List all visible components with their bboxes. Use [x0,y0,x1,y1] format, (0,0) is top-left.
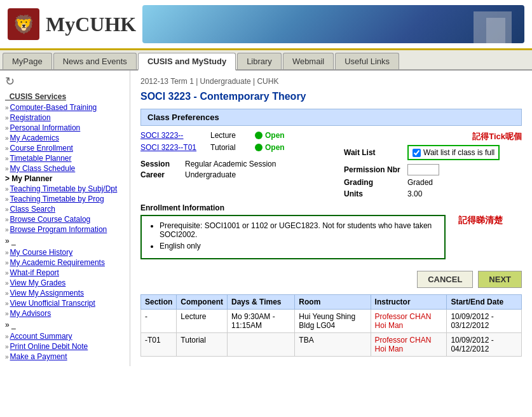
sidebar-item-course-history[interactable]: »My Course History [5,248,125,257]
next-button[interactable]: NEXT [478,271,522,288]
cell-room-1: Hui Yeung Shing Bldg LG04 [295,310,371,333]
sidebar-item-account-summary[interactable]: »Account Summary [5,332,125,341]
sidebar-item-browse-catalog[interactable]: »Browse Course Catalog [5,215,125,224]
enrollment-item-2: English only [160,242,437,250]
sidebar-item-academic-req[interactable]: »My Academic Requirements [5,258,125,267]
cell-instructor-1: Professor CHAN Hoi Man [371,310,447,333]
enrollment-box: Prerequisite: SOCI1001 or 1102 or UGEC18… [140,215,446,259]
course-title: SOCI 3223 - Contemporary Theory [140,91,522,102]
col-section: Section [141,295,177,310]
enrollment-title: Enrollment Information [140,203,522,212]
wait-list-box: Wait list if class is full [407,145,500,160]
sidebar-item-timetable-subj[interactable]: »Teaching Timetable by Subj/Dpt [5,184,125,193]
status-open-dot-lecture [255,132,263,139]
career-label: Career [140,170,185,179]
main-layout: ↻ _CUSIS Services »Computer-Based Traini… [0,71,532,366]
class-row-tutorial: SOCI 3223--T01 Tutorial Open [140,143,338,152]
table-row: - Lecture Mo 9:30AM - 11:15AM Hui Yeung … [141,310,522,333]
wait-list-row: Wait List Wait list if class is full [344,145,522,160]
sidebar-item-my-advisors[interactable]: »My Advisors [5,309,125,318]
col-start-end-date: Start/End Date [447,295,522,310]
schedule-table: Section Component Days & Times Room Inst… [140,294,522,357]
breadcrumb: 2012-13 Term 1 | Undergraduate | CUHK [140,77,522,86]
cell-room-2: TBA [295,333,371,357]
cell-component-1: Lecture [177,310,228,333]
sidebar-separator-2: » _ [5,320,125,329]
career-row: Career Undergraduate [140,170,338,179]
button-row: CANCEL NEXT [140,271,522,288]
class-type-lecture: Lecture [210,131,255,140]
sidebar-section-title: _CUSIS Services [5,92,125,101]
section-header: Class Preferences [140,109,522,126]
col-instructor: Instructor [371,295,447,310]
table-row: -T01 Tutorial TBA Professor CHAN Hoi Man… [141,333,522,357]
col-days-times: Days & Times [228,295,295,310]
wait-list-checkbox[interactable] [413,149,421,157]
sidebar-item-timetable-planner[interactable]: »Timetable Planner [5,154,125,163]
wait-list-checkbox-label: Wait list if class is full [423,148,494,157]
sidebar-item-cbt[interactable]: »Computer-Based Training [5,103,125,112]
nav-tab-library[interactable]: Library [237,53,282,69]
cancel-button[interactable]: CANCEL [417,271,473,288]
sidebar-item-what-if[interactable]: »What-if Report [5,268,125,277]
sidebar-item-view-grades[interactable]: »View My Grades [5,278,125,287]
class-code-tutorial[interactable]: SOCI 3223--T01 [140,143,210,152]
enrollment-item-1: Prerequisite: SOCI1001 or 1102 or UGEC18… [160,221,437,239]
cell-date-1: 10/09/2012 - 03/12/2012 [447,310,522,333]
class-code-lecture[interactable]: SOCI 3223-- [140,131,210,140]
class-type-tutorial: Tutorial [210,143,255,152]
sidebar-separator-1: » _ [5,236,125,245]
session-label: Session [140,160,185,168]
units-value: 3.00 [407,189,422,198]
sidebar-item-class-schedule[interactable]: »My Class Schedule [5,164,125,173]
col-room: Room [295,295,371,310]
chinese-note-enroll: 記得睇清楚 [458,215,503,226]
cell-section-1: - [141,310,177,333]
refresh-icon[interactable]: ↻ [5,74,125,88]
cell-days-2 [228,333,295,357]
sidebar-item-browse-program[interactable]: »Browse Program Information [5,225,125,234]
units-row: Units 3.00 [344,189,522,198]
logo-icon: 🦁 [8,8,39,40]
chinese-note-waitlist: 記得Tick呢個 [344,131,522,142]
col-component: Component [177,295,228,310]
grading-label: Grading [344,178,407,187]
header: 🦁 MyCUHK [0,0,532,50]
grading-value: Graded [407,178,433,187]
sidebar-item-class-search[interactable]: »Class Search [5,205,125,214]
site-title: MyCUHK [46,13,136,36]
status-open-text-tutorial: Open [265,143,285,152]
session-value: Regular Academic Session [185,160,276,168]
sidebar-item-my-academics[interactable]: »My Academics [5,133,125,142]
career-value: Undergraduate [185,170,236,179]
content-area: 2012-13 Term 1 | Undergraduate | CUHK SO… [130,71,532,366]
grading-row: Grading Graded [344,178,522,187]
cell-section-2: -T01 [141,333,177,357]
cell-instructor-2: Professor CHAN Hoi Man [371,333,447,357]
sidebar-item-view-assignments[interactable]: »View My Assignments [5,289,125,297]
sidebar: ↻ _CUSIS Services »Computer-Based Traini… [0,71,130,366]
sidebar-item-make-payment[interactable]: »Make a Payment [5,352,125,361]
cell-days-1: Mo 9:30AM - 11:15AM [228,310,295,333]
nav-tab-mypage[interactable]: MyPage [3,53,52,69]
sidebar-item-registration[interactable]: »Registration [5,113,125,122]
nav-tabs: MyPageNews and EventsCUSIS and MyStudyLi… [0,50,532,71]
nav-tab-webmail[interactable]: Webmail [283,53,334,69]
permission-nbr-label: Permission Nbr [344,165,407,174]
cell-component-2: Tutorial [177,333,228,357]
nav-tab-news-and-events[interactable]: News and Events [53,53,137,69]
sidebar-item-view-transcript[interactable]: »View Unofficial Transcript [5,299,125,308]
nav-tab-useful-links[interactable]: Useful Links [335,53,399,69]
sidebar-item-personal-info[interactable]: »Personal Information [5,123,125,132]
cell-date-2: 10/09/2012 - 04/12/2012 [447,333,522,357]
sidebar-item-print-debit[interactable]: »Print Online Debit Note [5,342,125,351]
sidebar-item-course-enrollment[interactable]: »Course Enrollment [5,144,125,153]
sidebar-item-timetable-prog[interactable]: »Teaching Timetable by Prog [5,195,125,203]
status-open-text-lecture: Open [265,131,285,140]
units-label: Units [344,189,407,198]
nav-tab-cusis-and-mystudy[interactable]: CUSIS and MyStudy [138,53,236,71]
permission-nbr-input[interactable] [407,164,439,175]
header-banner [142,5,524,43]
permission-nbr-row: Permission Nbr [344,164,522,175]
sidebar-item-my-planner[interactable]: > My Planner [5,174,125,183]
